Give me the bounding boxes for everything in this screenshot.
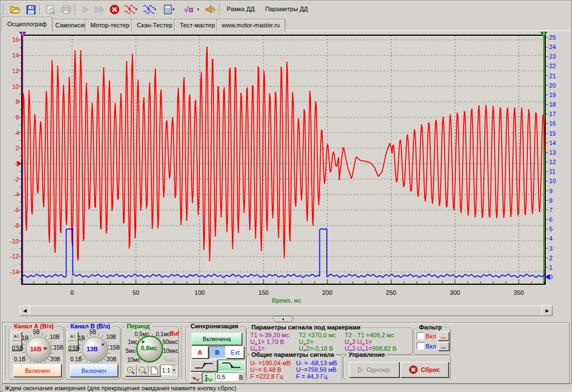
chevron-down-icon[interactable] xyxy=(135,7,140,12)
sync-mode-level-button[interactable] xyxy=(202,372,214,383)
period-group: Период 0,5мс 0,1мс Buf 1мс 50мкс 5мс 10м… xyxy=(122,327,179,380)
general-params-title: Общие параметры сигнала xyxy=(250,351,336,358)
new-page-button[interactable] xyxy=(149,365,160,376)
math-button[interactable]: √α xyxy=(179,2,198,17)
zoom-ratio-select[interactable]: 1:1 ▼ xyxy=(160,365,177,375)
zoom-out-button[interactable] xyxy=(137,365,149,376)
knob-label: 10В xyxy=(106,334,116,340)
left-axis-label: 0 xyxy=(16,160,19,167)
panel-collapse-button[interactable] xyxy=(273,316,293,322)
main-toolbar: √α Рамка ДД Параметры ДД xyxy=(1,1,571,17)
general-params-channel-a: U- =190,04 мВU~= 6,48 ВF =222,8 Гц xyxy=(250,360,291,380)
marker-params-title: Параметры сигнала под маркерами xyxy=(250,324,362,331)
marker-param-value: T1 =-39,20 мс xyxy=(250,332,299,338)
level-trigger-icon xyxy=(204,375,213,381)
frame-dd-button[interactable]: Рамка ДД xyxy=(223,3,258,15)
channel-b-coupling-button[interactable]: А↕ xyxy=(68,332,78,341)
tab-website[interactable]: www.motor-master.ru xyxy=(216,19,285,31)
toolbar-gripper[interactable] xyxy=(74,4,75,15)
printer-icon xyxy=(61,5,71,14)
filter-a-label: Вкл xyxy=(426,333,436,340)
marker-param-value: T2 - T1 =409,2 мс xyxy=(345,332,394,338)
sync-rising-edge-button[interactable] xyxy=(190,360,217,371)
reset-label: Сброс xyxy=(421,366,440,373)
chevron-down-icon[interactable] xyxy=(154,7,159,12)
print-button[interactable] xyxy=(59,2,73,17)
chevron-down-icon[interactable] xyxy=(197,7,202,12)
left-axis-label: -2 xyxy=(13,176,19,183)
sync-source-b-button[interactable]: В xyxy=(209,346,226,358)
fast-forward-button[interactable] xyxy=(93,2,107,17)
toolbar-separator xyxy=(40,4,40,15)
save-floppy-icon xyxy=(26,5,36,15)
knob-label: 10мкс xyxy=(163,348,179,354)
single-shot-button[interactable]: Однокр. xyxy=(349,362,399,377)
channel-b-power-button[interactable]: Включен xyxy=(70,364,118,377)
reset-button[interactable]: Сброс xyxy=(401,362,449,377)
app-window: √α Рамка ДД Параметры ДД Осциллограф Сам… xyxy=(0,0,572,392)
tab-motor-tester[interactable]: Мотор-тестер xyxy=(85,19,135,31)
left-axis-label: 10 xyxy=(12,83,19,90)
print-preview-button[interactable] xyxy=(43,2,58,17)
blue-wave-icon xyxy=(143,4,154,15)
start-button[interactable] xyxy=(78,2,93,17)
params-dd-button[interactable]: Параметры ДД xyxy=(261,3,312,15)
tab-scan-tester[interactable]: Скан-Тестер xyxy=(131,19,178,31)
general-param-value: U- =190,04 мВ xyxy=(250,360,291,366)
sync-falling-edge-button[interactable] xyxy=(218,360,245,371)
sync-group: Синхронизация Включена А В Ext В xyxy=(185,327,246,381)
chevron-down-icon[interactable] xyxy=(173,7,177,12)
channel-a-coupling-button[interactable]: А↕ xyxy=(11,332,22,341)
left-axis-label: -4 xyxy=(13,191,19,198)
channel-b-range-value: 13В xyxy=(87,346,98,352)
filter-a-checkbox[interactable] xyxy=(417,332,424,340)
channel-a-range-value: 16В xyxy=(30,346,41,352)
sync-source-a-button[interactable]: А xyxy=(192,346,208,358)
chevron-down-icon[interactable]: ▼ xyxy=(171,365,177,375)
filter-a-more-button[interactable]: ... xyxy=(438,332,449,341)
period-value: 0,8мс xyxy=(141,345,157,351)
sound-button[interactable] xyxy=(203,2,217,17)
channel-a-power-button[interactable]: Включен xyxy=(13,364,61,377)
general-params-group: Общие параметры сигнала U- =190,04 мВU~=… xyxy=(246,355,342,380)
sync-enabled-button[interactable]: Включена xyxy=(192,333,242,345)
right-axis-label: 0 xyxy=(549,274,552,280)
x-axis-title: Время, мс xyxy=(272,297,302,304)
panel-gripper[interactable] xyxy=(180,325,182,379)
knob-label: 5В xyxy=(89,329,96,335)
right-axis-label: 22 xyxy=(549,63,556,69)
arrow-right-icon: ▶ xyxy=(545,308,549,313)
stop-button[interactable] xyxy=(107,2,122,17)
horizontal-scrollbar[interactable]: ◀ ▶ xyxy=(20,305,552,315)
knob-label: 0.5В xyxy=(12,346,23,351)
zoom-in-icon xyxy=(127,366,135,375)
oscilloscope-plot[interactable]: 1614121086420-2-4-6-8-10-12-142524232221… xyxy=(1,32,559,304)
control-panel: Канал А (В/э) А↕ А↕ 16В ▶ 5В 10В 15В 20В… xyxy=(2,322,570,384)
tab-test-master[interactable]: Тест-мастер xyxy=(174,19,221,31)
toolbar-gripper[interactable] xyxy=(2,4,4,15)
toolbar-gripper[interactable] xyxy=(218,4,220,15)
marker-param-value: T2 =370,0 мс xyxy=(299,332,345,338)
control-title: Управление xyxy=(347,351,387,358)
sync-source-ext-button[interactable]: Ext xyxy=(226,346,244,358)
save-button[interactable] xyxy=(23,2,38,17)
tab-bar: Осциллограф Самописец Мотор-тестер Скан-… xyxy=(1,17,571,32)
sync-level-input[interactable] xyxy=(215,372,239,381)
tab-oscillograph[interactable]: Осциллограф xyxy=(2,17,53,31)
open-file-button[interactable] xyxy=(8,2,22,17)
scrollbar-thumb[interactable] xyxy=(29,305,543,316)
scroll-right-button[interactable]: ▶ xyxy=(542,305,552,316)
general-param-value: F = 44,3 Гц xyxy=(296,373,337,380)
speaker-icon xyxy=(206,5,215,14)
x-axis-label: 100 xyxy=(194,289,204,296)
filter-b-checkbox[interactable] xyxy=(417,342,424,350)
red-wave-icon xyxy=(124,4,135,15)
right-axis-label: 5 xyxy=(549,226,552,232)
sync-level-unit: В xyxy=(239,374,243,381)
sync-mode-auto-button[interactable] xyxy=(190,372,202,383)
filter-b-more-button[interactable]: ... xyxy=(438,342,449,351)
knob-label: 20В xyxy=(107,357,117,362)
panel-gripper[interactable] xyxy=(4,325,6,379)
zoom-in-button[interactable] xyxy=(125,365,137,376)
reset-icon xyxy=(409,365,418,374)
